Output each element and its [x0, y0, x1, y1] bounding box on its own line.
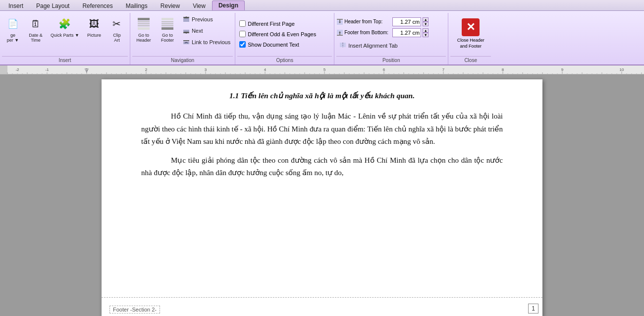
ribbon-group-close: ✕ Close Headerand Footer Close — [448, 13, 493, 64]
svg-text:9: 9 — [561, 67, 564, 72]
ribbon-group-position-label: Position — [336, 56, 446, 64]
previous-label: Previous — [192, 16, 213, 22]
next-label: Next — [192, 28, 203, 34]
tab-page-layout[interactable]: Page Layout — [30, 0, 76, 10]
doc-area: 1.1 Tiến lên chủ nghĩa xã hội là một tất… — [0, 74, 644, 316]
svg-text:5: 5 — [323, 67, 326, 72]
ribbon-group-navigation-content: Go toHeader Go toFooter — [132, 14, 233, 55]
show-doc-text-label: Show Document Text — [248, 42, 299, 48]
header-from-top-input[interactable] — [392, 17, 421, 26]
tab-view[interactable]: View — [186, 0, 212, 10]
ribbon-group-position: Header from Top: ▲ ▼ Footer from Bott — [334, 13, 448, 64]
diff-odd-even-input[interactable] — [239, 31, 246, 37]
clip-art-button[interactable]: ✂ ClipArt — [106, 14, 128, 45]
tab-bar: Insert Page Layout References Mailings R… — [0, 0, 644, 11]
header-from-top-icon-label: Header from Top: — [336, 18, 391, 25]
diff-first-page-input[interactable] — [239, 20, 246, 27]
next-button[interactable]: Next — [180, 25, 233, 36]
clip-art-icon: ✂ — [109, 16, 125, 32]
svg-rect-9 — [161, 27, 173, 30]
doc-title: 1.1 Tiến lên chủ nghĩa xã hội là một tất… — [141, 89, 503, 102]
show-doc-text-input[interactable] — [239, 41, 246, 48]
close-header-footer-button[interactable]: ✕ Close Headerand Footer — [453, 16, 488, 51]
svg-text:7: 7 — [442, 67, 445, 72]
svg-text:8: 8 — [502, 67, 504, 72]
svg-rect-6 — [161, 21, 173, 22]
ruler: -2 -1 1 2 3 4 5 6 7 8 9 10 ▽ — [0, 65, 644, 74]
svg-rect-5 — [161, 18, 173, 20]
close-icon: ✕ — [462, 18, 480, 36]
svg-rect-4 — [138, 27, 150, 30]
nav-inner: Previous Next — [180, 14, 233, 48]
tab-references[interactable]: References — [76, 0, 119, 10]
page-button[interactable]: 📄 geper ▼ — [2, 14, 24, 45]
diff-odd-even-label: Different Odd & Even Pages — [248, 31, 316, 37]
tab-design[interactable]: Design — [212, 0, 245, 10]
insert-alignment-tab-button[interactable]: Insert Alignment Tab — [336, 40, 446, 51]
ribbon-group-close-label: Close — [450, 56, 491, 64]
header-from-top-label: Header from Top: — [344, 19, 382, 24]
go-to-footer-icon — [160, 16, 175, 32]
ribbon-group-insert-content: 📄 geper ▼ 🗓 Date &Time 🧩 Quick Parts ▼ 🖼… — [2, 14, 128, 55]
footer-from-bottom-down[interactable]: ▼ — [423, 33, 429, 37]
quick-parts-button[interactable]: 🧩 Quick Parts ▼ — [48, 14, 82, 40]
footer-divider — [102, 297, 542, 298]
next-icon — [182, 27, 190, 35]
ribbon-group-navigation-label: Navigation — [132, 56, 233, 64]
quick-parts-label: Quick Parts ▼ — [51, 33, 79, 38]
svg-text:-2: -2 — [15, 67, 19, 72]
ribbon-group-navigation: Go toHeader Go toFooter — [130, 13, 235, 64]
svg-text:4: 4 — [264, 67, 267, 72]
tab-insert[interactable]: Insert — [2, 0, 30, 10]
footer-from-bottom-spinner: ▲ ▼ — [423, 28, 429, 37]
header-from-top-down[interactable]: ▼ — [423, 22, 429, 26]
clip-art-label: ClipArt — [113, 33, 121, 43]
picture-icon: 🖼 — [86, 16, 102, 32]
go-to-footer-button[interactable]: Go toFooter — [156, 14, 179, 45]
ribbon-group-options: Different First Page Different Odd & Eve… — [235, 13, 334, 64]
ribbon-group-options-content: Different First Page Different Odd & Eve… — [237, 14, 332, 55]
insert-alignment-tab-icon — [339, 42, 347, 50]
date-time-button[interactable]: 🗓 Date &Time — [25, 14, 47, 45]
ribbon-group-insert-label: Insert — [2, 56, 128, 64]
ribbon-group-close-content: ✕ Close Headerand Footer — [450, 14, 491, 55]
header-from-top-row: Header from Top: ▲ ▼ — [336, 17, 429, 26]
svg-rect-18 — [337, 19, 343, 20]
footer-label: Footer -Section 2- — [109, 306, 160, 314]
show-doc-text-checkbox[interactable]: Show Document Text — [237, 40, 301, 49]
diff-first-page-label: Different First Page — [248, 21, 295, 27]
diff-odd-even-checkbox[interactable]: Different Odd & Even Pages — [237, 30, 318, 38]
tab-mailings[interactable]: Mailings — [119, 0, 154, 10]
header-from-top-up[interactable]: ▲ — [423, 17, 429, 22]
page-icon: 📄 — [5, 16, 21, 32]
footer-from-bottom-input[interactable] — [392, 28, 421, 37]
footer-from-bottom-row: Footer from Bottom: ▲ ▼ — [336, 28, 429, 37]
diff-first-page-checkbox[interactable]: Different First Page — [237, 19, 297, 28]
svg-text:2: 2 — [145, 67, 148, 72]
page-number: 1 — [528, 304, 538, 314]
doc-paragraph-2: Mục tiêu giải phóng dân tộc theo con đườ… — [141, 154, 503, 180]
ribbon-group-position-content: Header from Top: ▲ ▼ Footer from Bott — [336, 14, 446, 55]
svg-text:6: 6 — [383, 67, 385, 72]
header-from-top-icon — [336, 18, 343, 25]
footer-from-bottom-label: Footer from Bottom: — [344, 30, 388, 35]
insert-alignment-tab-label: Insert Alignment Tab — [348, 43, 397, 49]
svg-rect-7 — [161, 23, 173, 24]
picture-button[interactable]: 🖼 Picture — [83, 14, 105, 40]
picture-label: Picture — [87, 33, 101, 38]
link-to-previous-button[interactable]: Link to Previous — [180, 37, 233, 48]
link-to-previous-label: Link to Previous — [192, 39, 230, 45]
svg-rect-1 — [138, 21, 150, 22]
doc-paragraph-1: Hồ Chí Minh đã tiếp thu, vận dụng sáng t… — [141, 110, 503, 148]
go-to-footer-label: Go toFooter — [161, 33, 174, 43]
footer-from-bottom-icon — [336, 29, 343, 36]
previous-icon — [182, 15, 190, 23]
ruler-svg: -2 -1 1 2 3 4 5 6 7 8 9 10 ▽ — [0, 65, 644, 74]
previous-button[interactable]: Previous — [180, 14, 233, 25]
go-to-header-button[interactable]: Go toHeader — [132, 14, 155, 45]
svg-text:10: 10 — [620, 67, 624, 72]
footer-from-bottom-up[interactable]: ▲ — [423, 28, 429, 33]
date-time-icon: 🗓 — [28, 16, 44, 32]
tab-review[interactable]: Review — [154, 0, 186, 10]
go-to-header-icon — [136, 16, 152, 32]
